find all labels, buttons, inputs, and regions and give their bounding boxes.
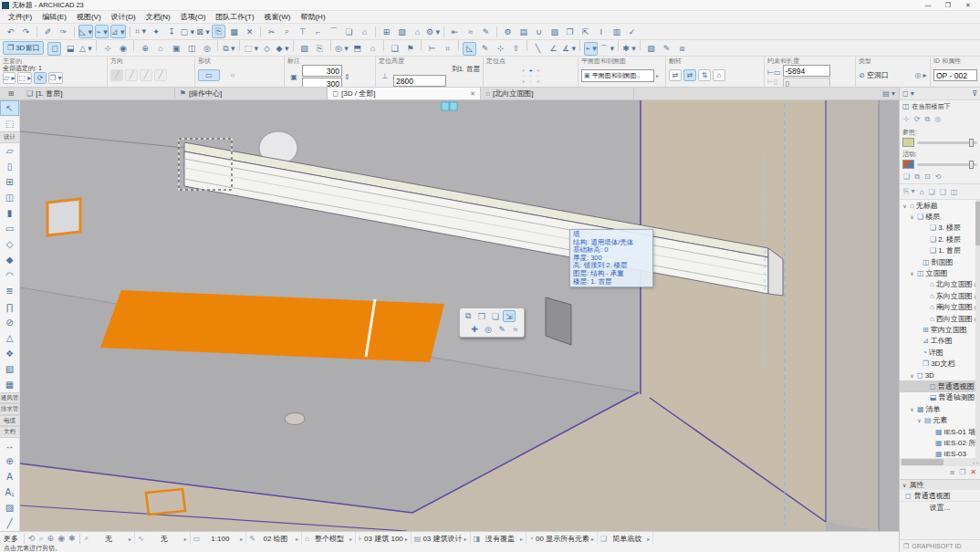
publisher-icon[interactable]: ◫ <box>951 188 958 196</box>
redo-icon[interactable]: ↷ <box>19 25 33 38</box>
constraint-distance-input[interactable] <box>783 65 830 77</box>
3d-window-button[interactable]: ❐ 3D窗口 <box>3 41 44 55</box>
scale-select[interactable]: ▭ 1:100 ▸ <box>191 532 247 546</box>
tree-stories[interactable]: ∨ ❏ 楼层 <box>900 211 980 222</box>
active-opacity-slider[interactable] <box>917 163 977 166</box>
graphic-override-select[interactable]: ◨ 没有覆盖 ▸ <box>471 532 527 546</box>
constraint-length-input[interactable] <box>783 78 830 88</box>
menu-view[interactable]: 视图(V) <box>72 11 106 23</box>
opening-tool[interactable]: ⊘ <box>0 315 19 330</box>
style-3d-select[interactable]: ❏ 简单底纹 ▸ <box>598 532 653 546</box>
element-id-input[interactable] <box>933 69 977 81</box>
anchor-point-grid[interactable]: ＋＋＋ ··· ＋·＋ <box>520 68 542 84</box>
resize-icon[interactable]: ⌕ <box>280 25 294 38</box>
railing-tool[interactable]: ∏ <box>0 298 19 314</box>
display-options-icon[interactable]: ⚙ ▾ <box>426 25 440 38</box>
mirror-vertical-icon[interactable]: ⇅ <box>698 69 711 81</box>
height-input[interactable] <box>302 78 342 88</box>
project-chooser-icon[interactable]: ⎘ ▾ <box>903 187 915 196</box>
group-duct-label[interactable]: 通风管 <box>0 392 19 403</box>
reference-color-swatch[interactable] <box>902 138 914 147</box>
line-tool[interactable]: ╱ <box>0 516 19 531</box>
arrow-ne-icon[interactable]: ⇱ <box>579 25 592 38</box>
tree-vertical-scrollbar[interactable] <box>975 200 980 458</box>
level-dimension-tool[interactable]: ⊕ <box>0 453 19 469</box>
curtain-wall-tool[interactable]: ◫ <box>0 190 19 205</box>
settings-button[interactable]: 设置... <box>930 503 951 513</box>
slab-tool[interactable]: ◇ <box>0 236 19 252</box>
pp-copy-icon[interactable]: ❐ <box>475 310 488 322</box>
tree-elev-east[interactable]: ⌂ 东向立面图 (自动重建) <box>900 290 980 301</box>
magic-wand-icon[interactable]: ✦ <box>150 25 163 38</box>
angle-icon[interactable]: ∠ <box>547 42 560 56</box>
pick-up-parameters-icon[interactable]: ✐ <box>41 25 55 38</box>
shape-circle-button[interactable]: ○ <box>222 69 244 81</box>
favorite-nav-icon[interactable]: ✱ <box>67 534 78 543</box>
trace-switch-icon[interactable]: ⟳ <box>914 115 921 123</box>
renovation-filter-select[interactable]: ◔ 00 显示所有元素 ▸ <box>526 532 598 546</box>
home-story-icon[interactable]: ⌂ <box>411 25 424 38</box>
guide-lines-icon[interactable]: ◺ ▾ <box>78 25 93 38</box>
new-viewpoint-icon[interactable]: ❐ <box>959 468 965 477</box>
tree-ies-03[interactable]: ▦ IES-03 <box>900 449 980 458</box>
measure-icon[interactable]: ∡ ▾ <box>562 42 576 56</box>
plus-icon[interactable]: ⊹ <box>494 42 507 56</box>
delete-viewpoint-icon[interactable]: ✕ <box>970 468 976 477</box>
tree-worksheets[interactable]: ⊿ 工作图 <box>900 336 980 347</box>
mirror-left-icon[interactable]: ⇄ <box>669 69 682 81</box>
pp-rotate-icon[interactable]: ❏ <box>489 310 502 322</box>
hatch-icon[interactable]: ▧ <box>547 25 561 38</box>
check-icon[interactable]: ✓ <box>625 25 639 38</box>
panel-view-icon[interactable]: ◻ ▾ <box>902 89 914 98</box>
ref-tool-icon[interactable]: ❏ <box>903 172 910 181</box>
home-icon[interactable]: ⌂ <box>358 25 371 38</box>
tab-list-menu-icon[interactable]: ▤ ▾ <box>879 88 899 99</box>
paint-icon[interactable]: ▨ <box>395 25 409 38</box>
mesh-tool[interactable]: ▦ <box>0 377 19 392</box>
reference-opacity-slider[interactable] <box>917 141 977 144</box>
publish-icon[interactable]: ⬒ <box>350 42 364 56</box>
ref-tool-icon[interactable]: ⧉ <box>914 172 920 182</box>
menu-options[interactable]: 选项(O) <box>176 11 211 23</box>
tree-ies-01[interactable]: ▦ IES-01 墙壁一览表 <box>900 426 980 437</box>
adjust-icon[interactable]: ⊤ <box>296 25 309 38</box>
group-design-label[interactable]: 设计 <box>0 131 19 142</box>
tree-elev-south[interactable]: ⌂ 南向立面图 (自动重建) <box>900 302 980 313</box>
column-tool[interactable]: ▮ <box>0 205 19 221</box>
align-icon[interactable]: ⇤ <box>448 25 462 38</box>
object-tool[interactable]: ❖ <box>0 346 19 361</box>
tab-first-story[interactable]: ❏ [1. 首层] <box>22 88 175 99</box>
zoom-fit-icon[interactable]: ⊕ <box>138 42 151 56</box>
trace-add-icon[interactable]: ⊹ <box>903 115 910 123</box>
ref-tool-icon[interactable]: ⟲ <box>935 172 942 181</box>
camera-home-icon[interactable]: ⌂ <box>153 42 167 56</box>
orbit-icon[interactable]: ◉ <box>116 42 130 56</box>
split-icon[interactable]: ✂ <box>265 25 278 38</box>
zone-tool[interactable]: ▧ <box>0 361 19 377</box>
flag-icon[interactable]: ⚑ <box>403 42 417 56</box>
maximize-button[interactable]: ❐ <box>938 2 958 9</box>
pet-palette[interactable]: ⧉❐❏⇲ ✚◎✎≈ <box>459 307 525 338</box>
marquee-tool[interactable]: ⬚ <box>0 116 19 131</box>
pencil-icon[interactable]: ✎ <box>478 42 492 56</box>
table-icon[interactable]: ▥ <box>610 25 623 38</box>
perspective-icon[interactable]: ◻ <box>47 42 61 56</box>
plan-display-caret-icon[interactable]: ▸ <box>656 72 659 78</box>
trace-move-icon[interactable]: ⧉ <box>924 115 930 124</box>
elevation-icon[interactable]: ⊥ <box>379 70 391 82</box>
tree-3d[interactable]: ∨ ◻ 3D <box>900 370 980 380</box>
window-tool[interactable]: ⊞ <box>0 174 19 190</box>
plan-display-dropdown[interactable]: ▣ 平面图和剖面图.. <box>581 69 654 82</box>
menu-document[interactable]: 文档(N) <box>141 11 175 23</box>
text-tool[interactable]: A <box>0 469 19 484</box>
gravity-icon[interactable]: ↧ <box>165 25 179 38</box>
marquee-mode-icon[interactable]: ▢ ▾ <box>181 25 195 38</box>
stretch-icon[interactable]: ❏ <box>342 25 356 38</box>
orientation-slanted-icon[interactable]: ╱ <box>125 69 138 81</box>
tab-3d-all[interactable]: ◻ [3D / 全部] ✕ <box>328 88 481 99</box>
tab-action-center[interactable]: ⚑ [操作中心] <box>175 88 328 99</box>
tree-elev-north[interactable]: ⌂ 北向立面图 (自动重建) <box>900 279 980 290</box>
orbit-nav-icon[interactable]: ⟲ <box>26 534 37 543</box>
erase-icon[interactable]: ▨ <box>644 42 658 56</box>
tree-elevations[interactable]: ∨ ◫ 立面图 <box>900 267 980 278</box>
